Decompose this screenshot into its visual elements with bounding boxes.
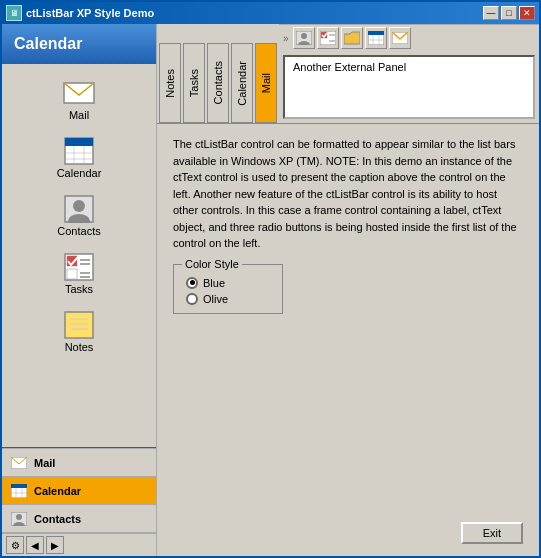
sidebar-bottom-calendar-label: Calendar [34,485,81,497]
title-bar-left: 🖥 ctListBar XP Style Demo [6,5,154,21]
svg-point-28 [16,514,22,520]
main-window: 🖥 ctListBar XP Style Demo — □ ✕ Calendar [0,0,541,558]
notes-icon [63,309,95,341]
sidebar-item-tasks[interactable]: Tasks [9,246,149,300]
right-top: » [279,24,539,123]
tab-contacts-label: Contacts [212,61,224,104]
svg-rect-38 [368,31,384,35]
tabs-col: Notes Tasks Contacts Calendar [157,24,279,123]
radio-label-blue: Blue [203,277,225,289]
tasks-icon [63,251,95,283]
sidebar-item-contacts-label: Contacts [57,225,100,237]
main-area: Calendar Mail [2,24,539,556]
tab-notes[interactable]: Notes [159,43,181,123]
sidebar-item-notes-label: Notes [65,341,94,353]
color-style-frame: Color Style Blue Olive [173,264,283,314]
color-style-legend: Color Style [182,258,242,270]
sidebar-item-notes[interactable]: Notes [9,304,149,358]
right-panel: Notes Tasks Contacts Calendar [157,24,539,556]
content-area: The ctListBar control can be formatted t… [157,124,539,556]
sidebar-item-contacts[interactable]: Contacts [9,188,149,242]
description-text: The ctListBar control can be formatted t… [173,136,523,252]
toolbar-settings-btn[interactable]: ⚙ [6,536,24,554]
svg-point-31 [301,33,307,39]
tab-tasks[interactable]: Tasks [183,43,205,123]
tab-notes-label: Notes [164,69,176,98]
svg-rect-2 [65,138,93,146]
sidebar-bottom-contacts-label: Contacts [34,513,81,525]
exit-button[interactable]: Exit [461,522,523,544]
sidebar-item-tasks-label: Tasks [65,283,93,295]
exit-btn-area: Exit [173,522,523,544]
sidebar-item-mail-label: Mail [69,109,89,121]
calendar-small-icon [10,482,28,500]
maximize-button[interactable]: □ [501,6,517,20]
mail-small-icon [10,454,28,472]
toolbar-prev-btn[interactable]: ◀ [26,536,44,554]
sidebar-item-calendar-label: Calendar [57,167,102,179]
title-bar: 🖥 ctListBar XP Style Demo — □ ✕ [2,2,539,24]
sidebar-bottom: Mail Calendar [2,447,156,556]
tab-mail[interactable]: Mail [255,43,277,123]
contacts-icon [63,193,95,225]
tab-calendar[interactable]: Calendar [231,43,253,123]
icon-row: » [279,24,539,51]
tab-mail-label: Mail [260,73,272,93]
contacts-small-icon [10,510,28,528]
sidebar-bottom-item-contacts[interactable]: Contacts [2,505,156,533]
sidebar-toolbar: ⚙ ◀ ▶ [2,533,156,556]
calendar-icon [63,135,95,167]
sidebar-item-calendar[interactable]: Calendar [9,130,149,184]
svg-rect-17 [65,312,93,338]
external-panel: Another External Panel [283,55,535,119]
minimize-button[interactable]: — [483,6,499,20]
icon-btn-mail[interactable] [389,27,411,49]
radio-btn-olive[interactable] [186,293,198,305]
sidebar-item-mail[interactable]: Mail [9,72,149,126]
radio-option-blue[interactable]: Blue [186,277,270,289]
mail-icon [63,77,95,109]
sidebar-bottom-item-mail[interactable]: Mail [2,449,156,477]
top-tab-area: Notes Tasks Contacts Calendar [157,24,539,124]
svg-point-8 [73,200,85,212]
tab-calendar-label: Calendar [236,61,248,106]
sidebar-items: Mail Calendar [2,64,156,447]
app-icon: 🖥 [6,5,22,21]
tab-contacts[interactable]: Contacts [207,43,229,123]
icon-btn-folder[interactable] [341,27,363,49]
radio-label-olive: Olive [203,293,228,305]
close-button[interactable]: ✕ [519,6,535,20]
icon-btn-contacts[interactable] [293,27,315,49]
svg-rect-12 [67,269,77,279]
external-panel-container: Another External Panel [279,51,539,123]
expand-arrow[interactable]: » [283,33,289,44]
radio-option-olive[interactable]: Olive [186,293,270,305]
window-title: ctListBar XP Style Demo [26,7,154,19]
toolbar-next-btn[interactable]: ▶ [46,536,64,554]
icon-btn-calendar[interactable] [365,27,387,49]
svg-rect-23 [11,484,27,488]
radio-btn-blue[interactable] [186,277,198,289]
sidebar-bottom-item-calendar[interactable]: Calendar [2,477,156,505]
sidebar: Calendar Mail [2,24,157,556]
tab-tasks-label: Tasks [188,69,200,97]
sidebar-bottom-mail-label: Mail [34,457,55,469]
icon-btn-tasks[interactable] [317,27,339,49]
sidebar-header: Calendar [2,24,156,64]
window-controls: — □ ✕ [483,6,535,20]
external-panel-text: Another External Panel [293,61,406,73]
